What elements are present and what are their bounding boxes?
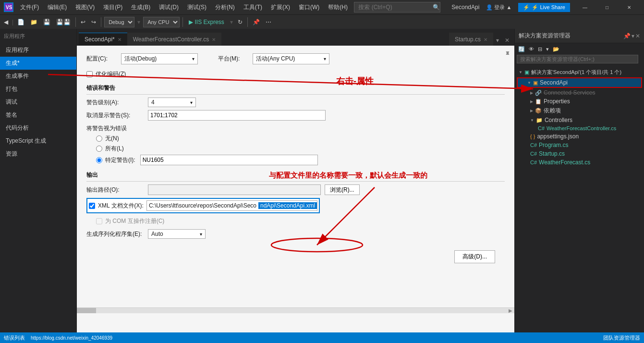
- startup-item[interactable]: C# Startup.cs: [515, 149, 644, 158]
- xml-doc-row: XML 文档文件(X): C:\Users\ltt\source\repos\S…: [86, 198, 320, 213]
- connected-services-item[interactable]: ▶ 🔗 Connected Services: [515, 88, 644, 97]
- advanced-button[interactable]: 高级(D)...: [454, 250, 495, 263]
- output-path-input[interactable]: [148, 184, 321, 195]
- collapse-icon[interactable]: ⊟: [536, 46, 544, 53]
- menu-edit[interactable]: 编辑(E): [44, 1, 71, 13]
- global-search-input[interactable]: [354, 2, 440, 12]
- serialization-dropdown-icon[interactable]: ▾: [200, 232, 202, 237]
- browse-button[interactable]: 浏览(R)...: [325, 184, 360, 195]
- sync-icon[interactable]: 🔄: [517, 46, 526, 53]
- status-error-list[interactable]: 错误列表: [4, 334, 25, 342]
- menu-debug[interactable]: 调试(D): [155, 1, 182, 13]
- live-share-button[interactable]: ⚡ ⚡ Live Share: [518, 3, 570, 12]
- weatherforecast-item[interactable]: C# WeatherForecast.cs: [515, 158, 644, 167]
- minimize-button[interactable]: —: [574, 0, 596, 14]
- all-radio[interactable]: [96, 146, 102, 152]
- solution-explorer-pin[interactable]: 📌: [623, 33, 631, 39]
- debug-config-select[interactable]: Debug: [104, 17, 134, 27]
- menu-help[interactable]: 帮助(H): [324, 1, 352, 13]
- com-interop-checkbox[interactable]: [96, 218, 102, 224]
- properties-item[interactable]: ▶ 📋 Properties: [515, 97, 644, 106]
- close-button[interactable]: ✕: [618, 0, 640, 14]
- menu-test[interactable]: 测试(S): [183, 1, 210, 13]
- tab-startup-close[interactable]: ✕: [484, 37, 487, 42]
- all-radio-label: 所有(L): [105, 145, 124, 153]
- platform-select[interactable]: Any CPU: [143, 17, 180, 27]
- weathercontroller-icon: C#: [538, 125, 545, 131]
- xml-doc-checkbox[interactable]: [89, 203, 95, 209]
- menu-extensions[interactable]: 扩展(X): [267, 1, 294, 13]
- tab-secondapi[interactable]: SecondApi* ✕: [79, 33, 127, 46]
- menu-window[interactable]: 窗口(W): [295, 1, 323, 13]
- status-team-explorer[interactable]: 团队资源管理器: [603, 334, 640, 342]
- specific-radio[interactable]: [96, 157, 102, 163]
- scroll-right-btn[interactable]: ▶: [507, 308, 514, 313]
- solution-root-item[interactable]: ▼ ▣ 解决方案'SecondApi'(1 个项目/共 1 个): [515, 68, 644, 77]
- pin-button[interactable]: 📌: [251, 18, 262, 26]
- sidebar-item-typescript[interactable]: TypeScript 生成: [0, 135, 76, 147]
- all-radio-row: 所有(L): [96, 145, 505, 153]
- sidebar-item-package[interactable]: 打包: [0, 83, 76, 96]
- serialization-value: Auto: [151, 231, 163, 237]
- suppress-input[interactable]: [148, 110, 326, 121]
- sidebar-item-build-events[interactable]: 生成事件: [0, 70, 76, 83]
- horizontal-scrollbar[interactable]: ▶: [77, 307, 514, 313]
- toolbar-open[interactable]: 📁: [28, 18, 39, 26]
- open-folder-icon[interactable]: 📂: [551, 46, 561, 53]
- controllers-item[interactable]: ▼ 📁 Controllers: [515, 116, 644, 124]
- scrollbar-thumb[interactable]: [77, 308, 96, 313]
- tab-secondapi-close[interactable]: ✕: [118, 37, 122, 42]
- platform-dropdown-icon[interactable]: ▾: [324, 56, 326, 61]
- optimize-code-checkbox[interactable]: [86, 71, 93, 77]
- toolbar-redo[interactable]: ↪: [89, 18, 98, 26]
- appsettings-label: appsettings.json: [537, 133, 579, 140]
- appsettings-item[interactable]: { } appsettings.json: [515, 132, 644, 141]
- filter-icon[interactable]: ▾: [545, 46, 550, 53]
- tab-close-all[interactable]: ✕: [502, 35, 512, 46]
- toolbar-save[interactable]: 💾: [41, 18, 52, 26]
- specific-value-input[interactable]: [140, 155, 318, 165]
- scroll-down-btn[interactable]: ▼: [505, 49, 510, 56]
- toolbar-back[interactable]: ◀: [2, 18, 10, 26]
- program-item[interactable]: C# Program.cs: [515, 141, 644, 149]
- sidebar-item-app[interactable]: 应用程序: [0, 44, 76, 57]
- sidebar-item-sign[interactable]: 签名: [0, 109, 76, 122]
- sidebar-item-resources[interactable]: 资源: [0, 147, 76, 160]
- menu-analyze[interactable]: 分析(N): [211, 1, 239, 13]
- menu-view[interactable]: 视图(V): [72, 1, 98, 13]
- login-icon[interactable]: 👤 登录 ▲: [483, 2, 514, 12]
- sidebar-item-code-analysis[interactable]: 代码分析: [0, 122, 76, 135]
- toolbar-undo[interactable]: ↩: [79, 18, 87, 26]
- toolbar-new[interactable]: 📄: [15, 18, 26, 26]
- toolbar: ◀ | 📄 📁 💾 💾💾 ↩ ↪ Debug ▾ Any CPU ▶ IIS E…: [0, 14, 644, 29]
- extra-button[interactable]: ⋯: [264, 18, 273, 26]
- dependencies-item[interactable]: ▶ 📦 依赖项: [515, 106, 644, 116]
- controllers-label: Controllers: [545, 117, 572, 123]
- solution-explorer-dropdown[interactable]: ▾: [632, 33, 634, 39]
- tab-startup[interactable]: Startup.cs ✕: [449, 33, 493, 46]
- sidebar-item-build[interactable]: 生成*: [0, 57, 76, 70]
- menu-build[interactable]: 生成(B): [127, 1, 154, 13]
- weathercontroller-item[interactable]: C# WeatherForecastController.cs: [515, 124, 644, 132]
- warning-dropdown-icon[interactable]: ▾: [190, 100, 193, 105]
- status-bar: 错误列表 https://blog.csdn.net/weixin_420469…: [0, 332, 644, 343]
- show-all-icon[interactable]: 👁: [527, 46, 535, 53]
- sidebar-item-debug[interactable]: 调试: [0, 96, 76, 109]
- menu-project[interactable]: 项目(P): [99, 1, 126, 13]
- tab-dropdown[interactable]: ▾: [493, 35, 502, 46]
- tab-weathercontroller[interactable]: WeatherForecastController.cs ✕: [127, 33, 222, 46]
- output-path-label: 输出路径(O):: [86, 186, 144, 194]
- toolbar-save-all[interactable]: 💾💾: [54, 18, 73, 26]
- menu-tools[interactable]: 工具(T): [240, 1, 266, 13]
- maximize-button[interactable]: □: [596, 0, 618, 14]
- menu-file[interactable]: 文件(F): [16, 1, 43, 13]
- run-button[interactable]: ▶ IIS Express: [186, 18, 227, 26]
- properties-icon: 📋: [535, 98, 542, 105]
- tab-weathercontroller-close[interactable]: ✕: [212, 37, 216, 42]
- solution-explorer-close[interactable]: ✕: [635, 33, 640, 39]
- config-dropdown-icon[interactable]: ▾: [192, 56, 194, 61]
- secondapi-project-item[interactable]: ▼ ▣ SecondApi: [518, 78, 641, 87]
- solution-search-input[interactable]: [517, 55, 638, 63]
- refresh-button[interactable]: ↻: [236, 18, 244, 26]
- none-radio[interactable]: [96, 135, 102, 142]
